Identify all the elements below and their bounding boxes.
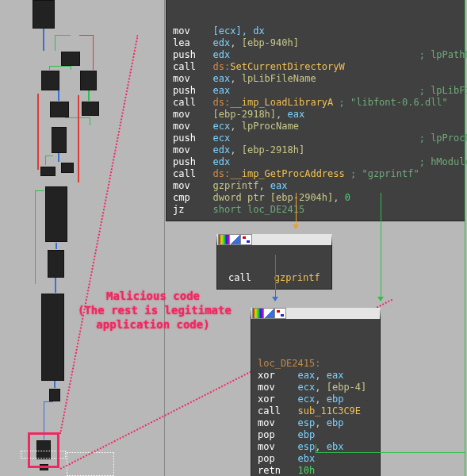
graph-edge: [78, 95, 79, 182]
graph-edge: [49, 66, 71, 70]
graph-edge: [55, 35, 71, 51]
graph-icon[interactable]: [275, 309, 285, 318]
flow-edge: [381, 193, 381, 298]
graph-node: [41, 294, 64, 381]
flow-edge: [381, 452, 465, 453]
graph-node: [48, 250, 64, 278]
graph-edge: [56, 243, 57, 249]
graph-node: [49, 389, 60, 401]
graph-edge: [79, 35, 94, 70]
graph-edge: [58, 153, 59, 162]
flow-arrow: [293, 225, 299, 229]
graph-edge: [35, 190, 44, 284]
graph-edge: [43, 29, 44, 51]
pane-divider: [164, 0, 165, 476]
malicious-code-highlight: [28, 432, 59, 468]
graph-node: [40, 167, 56, 176]
viewport-indicator: [67, 452, 114, 476]
graph-node: [50, 102, 69, 117]
operand-fn: gzprintf: [274, 272, 320, 283]
block-titlebar: [253, 308, 285, 319]
annotation-line: (The rest is legitimate: [78, 303, 228, 317]
graph-node: [61, 52, 80, 66]
graph-node: [80, 71, 97, 90]
graph-icon[interactable]: [241, 235, 251, 244]
graph-node: [45, 186, 67, 242]
flow-edge: [465, 0, 465, 476]
flow-arrow: [272, 297, 278, 301]
annotation-label: Malicious code (The rest is legitimate a…: [78, 289, 228, 332]
color-icon[interactable]: [253, 309, 263, 318]
edit-icon[interactable]: [230, 235, 240, 244]
disasm-block-main[interactable]: mov [ecx], dx lea edx, [ebp-940h] push e…: [166, 0, 465, 221]
flow-edge: [316, 452, 382, 453]
graph-node: [61, 163, 74, 173]
graph-node: [52, 127, 67, 153]
graph-node: [33, 0, 55, 29]
graph-edge: [88, 90, 90, 101]
graph-edge: [58, 90, 59, 101]
flow-arrow: [377, 297, 384, 301]
annotation-line: application code): [78, 317, 228, 332]
graph-node: [41, 71, 59, 90]
annotation-line: Malicious code: [78, 289, 228, 303]
graph-overview-pane[interactable]: [0, 0, 159, 476]
flow-edge: [296, 193, 297, 225]
disasm-block-call[interactable]: call gzprintf: [216, 234, 332, 290]
graph-edge: [45, 155, 53, 165]
mnemonic: call: [228, 272, 251, 283]
graph-edge: [54, 381, 56, 388]
graph-node: [82, 102, 99, 116]
flow-edge: [275, 255, 276, 298]
block-titlebar: [219, 234, 251, 245]
color-icon[interactable]: [219, 235, 229, 244]
graph-edge: [55, 278, 56, 293]
graph-edge: [37, 94, 39, 170]
flow-edge: [316, 444, 316, 452]
edit-icon[interactable]: [264, 309, 274, 318]
